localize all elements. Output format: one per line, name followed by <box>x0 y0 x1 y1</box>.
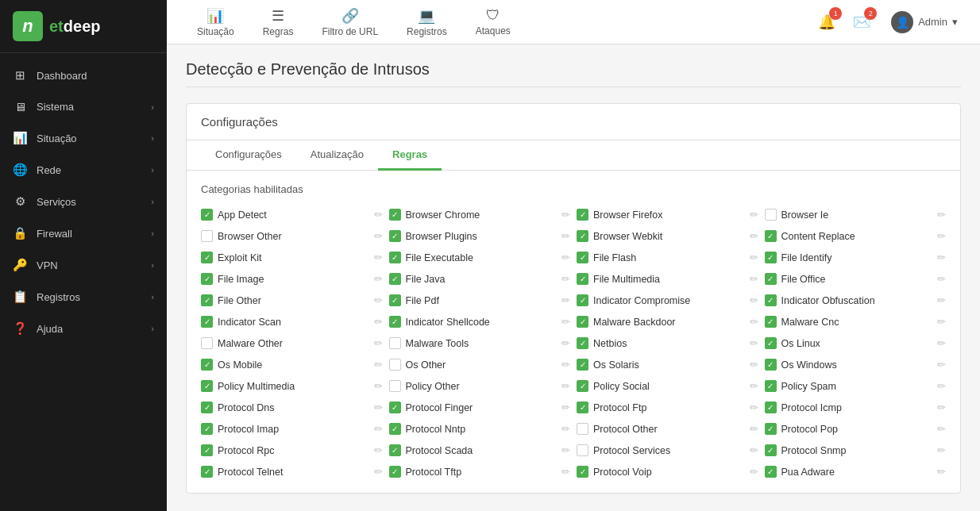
category-checkbox[interactable]: ✓ <box>765 316 777 328</box>
edit-category-icon[interactable]: ✏ <box>374 209 383 221</box>
category-checkbox[interactable]: ✓ <box>577 359 588 371</box>
edit-category-icon[interactable]: ✏ <box>374 423 383 435</box>
category-checkbox[interactable]: ✓ <box>201 359 213 371</box>
sidebar-item-firewall[interactable]: 🔒 Firewall › <box>0 217 167 249</box>
edit-category-icon[interactable]: ✏ <box>561 337 570 349</box>
sidebar-item-situacao[interactable]: 📊 Situação › <box>0 122 167 154</box>
edit-category-icon[interactable]: ✏ <box>561 359 570 371</box>
topbar-item-ataques[interactable]: 🛡 Ataques <box>461 1 525 44</box>
edit-category-icon[interactable]: ✏ <box>374 402 383 413</box>
messages-button[interactable]: ✉️ 2 <box>850 10 874 34</box>
edit-category-icon[interactable]: ✏ <box>561 316 570 328</box>
sidebar-item-sistema[interactable]: 🖥 Sistema › <box>0 91 167 122</box>
edit-category-icon[interactable]: ✏ <box>750 380 758 392</box>
category-checkbox[interactable]: ✓ <box>389 294 401 306</box>
edit-category-icon[interactable]: ✏ <box>750 423 758 435</box>
category-checkbox[interactable]: ✓ <box>765 273 777 285</box>
edit-category-icon[interactable]: ✏ <box>374 252 383 263</box>
category-checkbox[interactable]: ✓ <box>765 337 777 349</box>
edit-category-icon[interactable]: ✏ <box>750 252 758 263</box>
edit-category-icon[interactable]: ✏ <box>750 209 758 221</box>
edit-category-icon[interactable]: ✏ <box>750 316 758 328</box>
edit-category-icon[interactable]: ✏ <box>561 252 570 263</box>
category-checkbox[interactable]: ✓ <box>201 444 213 456</box>
edit-category-icon[interactable]: ✏ <box>374 230 383 242</box>
tab-regras[interactable]: Regras <box>378 140 442 171</box>
category-checkbox[interactable]: ✓ <box>577 337 588 349</box>
category-checkbox[interactable]: ✓ <box>577 209 588 221</box>
topbar-item-situacao[interactable]: 📊 Situação <box>183 1 249 44</box>
edit-category-icon[interactable]: ✏ <box>937 209 946 221</box>
topbar-item-filtro[interactable]: 🔗 Filtro de URL <box>307 1 392 44</box>
edit-category-icon[interactable]: ✏ <box>561 402 570 413</box>
category-checkbox[interactable]: ✓ <box>201 380 213 392</box>
category-checkbox[interactable]: ✓ <box>577 316 588 328</box>
edit-category-icon[interactable]: ✏ <box>374 273 383 285</box>
category-checkbox[interactable] <box>201 230 213 242</box>
edit-category-icon[interactable]: ✏ <box>374 316 383 328</box>
admin-menu-button[interactable]: 👤 Admin ▾ <box>885 8 964 36</box>
sidebar-item-rede[interactable]: 🌐 Rede › <box>0 154 167 186</box>
category-checkbox[interactable]: ✓ <box>201 466 213 478</box>
sidebar-item-vpn[interactable]: 🔑 VPN › <box>0 249 167 281</box>
category-checkbox[interactable] <box>389 359 401 371</box>
category-checkbox[interactable]: ✓ <box>765 423 777 435</box>
edit-category-icon[interactable]: ✏ <box>937 294 946 306</box>
edit-category-icon[interactable]: ✏ <box>374 380 383 392</box>
category-checkbox[interactable]: ✓ <box>577 252 588 263</box>
edit-category-icon[interactable]: ✏ <box>750 359 758 371</box>
tab-atualizacao[interactable]: Atualização <box>296 140 378 171</box>
topbar-item-registros[interactable]: 💻 Registros <box>392 1 461 44</box>
edit-category-icon[interactable]: ✏ <box>937 337 946 349</box>
category-checkbox[interactable]: ✓ <box>389 273 401 285</box>
edit-category-icon[interactable]: ✏ <box>750 337 758 349</box>
category-checkbox[interactable]: ✓ <box>389 402 401 413</box>
edit-category-icon[interactable]: ✏ <box>750 230 758 242</box>
edit-category-icon[interactable]: ✏ <box>937 252 946 263</box>
edit-category-icon[interactable]: ✏ <box>561 423 570 435</box>
category-checkbox[interactable]: ✓ <box>201 402 213 413</box>
category-checkbox[interactable]: ✓ <box>389 230 401 242</box>
category-checkbox[interactable]: ✓ <box>201 209 213 221</box>
edit-category-icon[interactable]: ✏ <box>750 402 758 413</box>
edit-category-icon[interactable]: ✏ <box>374 359 383 371</box>
category-checkbox[interactable]: ✓ <box>389 252 401 263</box>
category-checkbox[interactable] <box>389 337 401 349</box>
edit-category-icon[interactable]: ✏ <box>374 337 383 349</box>
category-checkbox[interactable]: ✓ <box>201 423 213 435</box>
edit-category-icon[interactable]: ✏ <box>937 380 946 392</box>
category-checkbox[interactable]: ✓ <box>201 273 213 285</box>
edit-category-icon[interactable]: ✏ <box>561 444 570 456</box>
category-checkbox[interactable]: ✓ <box>389 316 401 328</box>
category-checkbox[interactable]: ✓ <box>201 252 213 263</box>
sidebar-item-registros[interactable]: 📋 Registros › <box>0 281 167 313</box>
category-checkbox[interactable]: ✓ <box>765 230 777 242</box>
category-checkbox[interactable]: ✓ <box>765 294 777 306</box>
category-checkbox[interactable] <box>765 209 777 221</box>
edit-category-icon[interactable]: ✏ <box>561 294 570 306</box>
edit-category-icon[interactable]: ✏ <box>937 444 946 456</box>
category-checkbox[interactable]: ✓ <box>389 423 401 435</box>
edit-category-icon[interactable]: ✏ <box>937 316 946 328</box>
category-checkbox[interactable]: ✓ <box>577 380 588 392</box>
category-checkbox[interactable]: ✓ <box>577 230 588 242</box>
edit-category-icon[interactable]: ✏ <box>750 444 758 456</box>
category-checkbox[interactable] <box>577 444 588 456</box>
topbar-item-regras[interactable]: ☰ Regras <box>249 1 308 44</box>
category-checkbox[interactable]: ✓ <box>765 252 777 263</box>
edit-category-icon[interactable]: ✏ <box>937 273 946 285</box>
category-checkbox[interactable]: ✓ <box>765 444 777 456</box>
category-checkbox[interactable]: ✓ <box>577 273 588 285</box>
edit-category-icon[interactable]: ✏ <box>374 444 383 456</box>
category-checkbox[interactable]: ✓ <box>765 380 777 392</box>
edit-category-icon[interactable]: ✏ <box>937 423 946 435</box>
edit-category-icon[interactable]: ✏ <box>374 294 383 306</box>
category-checkbox[interactable] <box>201 337 213 349</box>
category-checkbox[interactable]: ✓ <box>765 402 777 413</box>
tab-configuracoes[interactable]: Configurações <box>201 140 296 171</box>
edit-category-icon[interactable]: ✏ <box>750 466 758 478</box>
category-checkbox[interactable]: ✓ <box>765 466 777 478</box>
category-checkbox[interactable] <box>389 380 401 392</box>
sidebar-item-ajuda[interactable]: ❓ Ajuda › <box>0 313 167 344</box>
edit-category-icon[interactable]: ✏ <box>750 294 758 306</box>
